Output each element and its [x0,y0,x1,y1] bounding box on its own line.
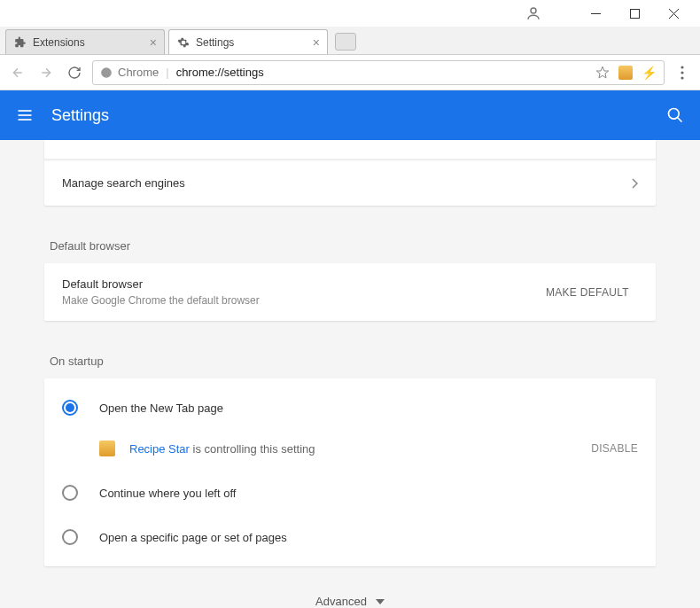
window-maximize-button[interactable] [615,1,654,26]
new-tab-button[interactable] [335,33,356,51]
omnibox-url: chrome://settings [176,66,264,79]
settings-header: Settings [0,90,700,140]
startup-card: Open the New Tab page Recipe Star is con… [44,378,656,566]
gear-icon [176,35,191,50]
svg-point-8 [681,76,683,79]
svg-rect-2 [630,9,639,18]
svg-line-13 [678,118,682,122]
reload-button[interactable] [64,62,85,83]
chrome-icon [100,66,113,79]
omnibox-scheme: Chrome [118,66,159,79]
svg-point-12 [669,109,680,120]
toolbar: Chrome | chrome://settings ⚡ [0,55,700,90]
flash-icon[interactable]: ⚡ [642,66,657,80]
tab-label: Settings [196,36,234,49]
settings-content: Manage search engines Default browser De… [0,140,700,608]
puzzle-icon [13,35,27,50]
recipe-star-icon [99,440,115,456]
tab-close-icon[interactable]: × [313,35,320,50]
default-browser-title: Default browser [62,277,260,291]
profile-icon[interactable] [523,3,544,24]
extension-icon[interactable] [618,66,633,80]
window-minimize-button[interactable] [576,1,615,26]
tab-extensions[interactable]: Extensions × [5,29,165,54]
startup-option-specific[interactable]: Open a specific page or set of pages [44,515,656,559]
svg-point-6 [681,66,683,68]
chevron-down-icon [376,599,385,604]
make-default-button[interactable]: MAKE DEFAULT [537,279,638,306]
tab-strip: Extensions × Settings × [0,27,700,55]
radio-icon [62,400,78,416]
page-title: Settings [51,106,109,125]
tab-close-icon[interactable]: × [150,35,157,50]
window-titlebar [0,0,700,27]
advanced-toggle[interactable]: Advanced [315,595,385,608]
advanced-section: Advanced [44,566,656,608]
row-label: Manage search engines [62,176,185,190]
radio-label: Open the New Tab page [99,401,223,415]
controlling-suffix: is controlling this setting [190,442,315,456]
radio-icon [62,485,78,501]
advanced-label: Advanced [315,595,367,608]
svg-point-5 [101,67,112,78]
radio-icon [62,529,78,545]
tab-label: Extensions [33,36,85,49]
default-browser-subtitle: Make Google Chrome the default browser [62,294,260,307]
radio-label: Open a specific page or set of pages [99,531,287,544]
controlling-ext-name[interactable]: Recipe Star [129,442,190,456]
section-label-startup: On startup [44,342,656,378]
hamburger-icon[interactable] [16,106,34,124]
tab-settings[interactable]: Settings × [168,29,328,54]
window-close-button[interactable] [654,1,693,26]
disable-button[interactable]: DISABLE [591,442,638,455]
startup-option-continue[interactable]: Continue where you left off [44,471,656,515]
manage-search-engines-row[interactable]: Manage search engines [44,160,656,206]
svg-point-7 [681,71,683,74]
radio-label: Continue where you left off [99,487,236,500]
chrome-menu-button[interactable] [672,62,693,83]
default-browser-card: Default browser Make Google Chrome the d… [44,263,656,321]
startup-option-newtab[interactable]: Open the New Tab page [44,386,656,430]
svg-point-0 [531,8,536,13]
search-engine-card: Manage search engines [44,140,656,206]
back-button[interactable] [7,62,28,83]
section-label-default-browser: Default browser [44,227,656,263]
chevron-right-icon [631,178,638,189]
extension-controlling-row: Recipe Star is controlling this setting … [44,430,656,471]
forward-button[interactable] [35,62,57,83]
search-icon[interactable] [666,106,684,124]
star-icon[interactable] [595,66,610,80]
address-bar[interactable]: Chrome | chrome://settings ⚡ [92,60,665,85]
